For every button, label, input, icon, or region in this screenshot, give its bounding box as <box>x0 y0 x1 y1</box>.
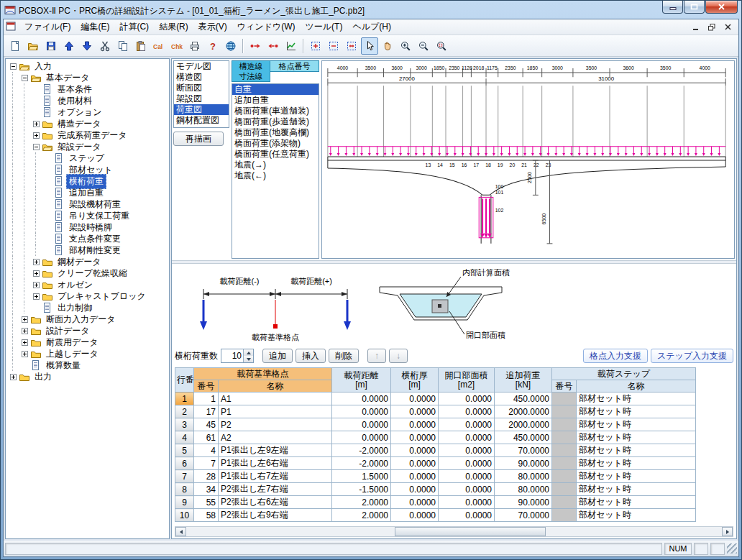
base-node-name-cell[interactable]: P2張出し右6左端 <box>219 496 332 509</box>
base-node-number-cell[interactable]: 28 <box>194 470 219 483</box>
additional-load-cell[interactable]: 90.0000 <box>495 496 552 509</box>
step-number-cell[interactable] <box>552 483 577 496</box>
menu-item[interactable]: 編集(E) <box>75 19 114 35</box>
thickness-cell[interactable]: 0.0000 <box>391 444 439 457</box>
thickness-cell[interactable]: 0.0000 <box>391 483 439 496</box>
menu-item[interactable]: ツール(T) <box>301 19 348 35</box>
additional-load-cell[interactable]: 70.0000 <box>495 444 552 457</box>
child-restore-icon[interactable] <box>705 22 718 32</box>
menu-item[interactable]: ヘルプ(H) <box>347 19 396 35</box>
step-name-cell[interactable]: 部材セット時 <box>577 444 696 457</box>
row-number-cell[interactable]: 4 <box>175 431 194 444</box>
paste-icon[interactable] <box>132 37 150 55</box>
next-error-icon[interactable] <box>265 37 282 55</box>
step-number-cell[interactable] <box>552 457 577 470</box>
drawing-canvas[interactable]: 4000350036003000185023501128201811752350… <box>321 60 735 259</box>
tree-expander-icon[interactable] <box>30 290 42 302</box>
figure-type-list[interactable]: モデル図構造図断面図架設図荷重図鋼材配置図 <box>173 60 229 128</box>
distance-cell[interactable]: -1.5000 <box>332 483 391 496</box>
load-count-spinner[interactable] <box>221 349 254 363</box>
opening-area-cell[interactable]: 0.0000 <box>439 393 495 405</box>
figure-type-item[interactable]: 架設図 <box>174 93 229 104</box>
new-icon[interactable] <box>6 37 24 55</box>
base-node-number-cell[interactable]: 61 <box>194 431 219 444</box>
thickness-cell[interactable]: 0.0000 <box>391 470 439 483</box>
load-case-item[interactable]: 橋面荷重(地覆高欄) <box>232 127 319 138</box>
zoom-window-icon[interactable] <box>325 37 342 55</box>
thickness-cell[interactable]: 0.0000 <box>391 393 439 405</box>
step-name-cell[interactable]: 部材セット時 <box>577 483 696 496</box>
tree-expander-icon[interactable] <box>30 141 42 152</box>
base-node-name-cell[interactable]: P2張出し左7右端 <box>219 483 332 496</box>
figure-type-item[interactable]: 構造図 <box>174 72 229 83</box>
step-number-cell[interactable] <box>552 496 577 509</box>
tree-expander-icon[interactable] <box>30 256 42 267</box>
figure-type-item[interactable]: 鋼材配置図 <box>174 115 229 126</box>
resize-grip[interactable] <box>727 543 737 554</box>
spin-up-icon[interactable] <box>243 349 253 356</box>
menu-item[interactable]: ファイル(F) <box>19 19 75 35</box>
thickness-cell[interactable]: 0.0000 <box>391 418 439 431</box>
move-down-icon[interactable] <box>78 37 96 55</box>
tree-expander-icon[interactable] <box>30 267 42 279</box>
menu-item[interactable]: 表示(V) <box>193 19 232 35</box>
move-row-up-button[interactable]: ↑ <box>367 349 386 363</box>
opening-area-cell[interactable]: 0.0000 <box>439 418 495 431</box>
opening-area-cell[interactable]: 0.0000 <box>439 444 495 457</box>
base-node-number-cell[interactable]: 55 <box>194 496 219 509</box>
opening-area-cell[interactable]: 0.0000 <box>439 483 495 496</box>
row-number-cell[interactable]: 6 <box>175 457 194 470</box>
menu-item[interactable]: 計算(C) <box>114 19 154 35</box>
base-node-number-cell[interactable]: 58 <box>194 509 219 522</box>
web-icon[interactable] <box>222 37 239 55</box>
base-node-number-cell[interactable]: 4 <box>194 444 219 457</box>
distance-cell[interactable]: -2.0000 <box>332 444 391 457</box>
row-number-cell[interactable]: 3 <box>175 418 194 431</box>
move-row-down-button[interactable]: ↓ <box>389 349 408 363</box>
tree-expander-icon[interactable] <box>19 348 30 359</box>
titlebar[interactable]: PCBOX-Ⅱ PC・PRC橋の詳細設計システム - [01_01_箱桁_ラーメ… <box>3 1 739 19</box>
load-case-item[interactable]: 地震(→) <box>232 160 319 170</box>
step-number-cell[interactable] <box>552 393 577 405</box>
menu-item[interactable]: 結果(R) <box>154 19 193 35</box>
base-node-name-cell[interactable]: P2 <box>219 418 332 431</box>
row-number-cell[interactable]: 2 <box>175 405 194 418</box>
step-name-cell[interactable]: 部材セット時 <box>577 470 696 483</box>
load-case-list[interactable]: 自重追加自重橋面荷重(車道舗装)橋面荷重(歩道舗装)橋面荷重(地覆高欄)橋面荷重… <box>232 83 319 259</box>
additional-load-cell[interactable]: 90.0000 <box>495 457 552 470</box>
tree-item-label[interactable]: 出力 <box>32 369 55 385</box>
row-number-cell[interactable]: 10 <box>175 509 194 522</box>
step-number-cell[interactable] <box>552 470 577 483</box>
tree-expander-icon[interactable] <box>30 279 42 290</box>
base-node-number-cell[interactable]: 34 <box>194 483 219 496</box>
check-icon[interactable]: Chk <box>168 37 186 55</box>
tree-expander-icon[interactable] <box>19 325 30 336</box>
base-node-number-cell[interactable]: 45 <box>194 418 219 431</box>
zoom-prev-icon[interactable] <box>343 37 360 55</box>
child-minimize-icon[interactable] <box>690 22 702 32</box>
cut-icon[interactable] <box>96 37 114 55</box>
step-name-cell[interactable]: 部材セット時 <box>577 393 696 405</box>
scroll-thumb[interactable] <box>395 527 546 536</box>
calc-icon[interactable]: Cal <box>150 37 168 55</box>
additional-load-cell[interactable]: 450.0000 <box>495 393 552 405</box>
prev-error-icon[interactable] <box>247 37 264 55</box>
scroll-right-icon[interactable] <box>722 527 733 536</box>
additional-load-cell[interactable]: 80.0000 <box>495 470 552 483</box>
step-name-cell[interactable]: 部材セット時 <box>577 509 696 522</box>
maximize-button[interactable] <box>684 1 705 14</box>
distance-cell[interactable]: 0.0000 <box>332 405 391 418</box>
base-node-name-cell[interactable]: P1張出し右7左端 <box>219 470 332 483</box>
spin-down-icon[interactable] <box>243 356 253 362</box>
zoom-in-icon[interactable] <box>397 37 414 55</box>
base-node-number-cell[interactable]: 17 <box>194 405 219 418</box>
opening-area-cell[interactable]: 0.0000 <box>439 457 495 470</box>
distance-cell[interactable]: 2.0000 <box>332 509 391 522</box>
additional-load-cell[interactable]: 2000.0000 <box>495 418 552 431</box>
add-button[interactable]: 追加 <box>262 349 293 363</box>
load-case-item[interactable]: 橋面荷重(添架物) <box>232 138 319 149</box>
structure-dimension-line-toggle[interactable]: 構造線 寸法線 <box>232 60 270 82</box>
base-node-name-cell[interactable]: P1張出し左6右端 <box>219 457 332 470</box>
tree-expander-icon[interactable] <box>7 60 19 72</box>
node-input-assist-button[interactable]: 格点入力支援 <box>583 349 648 363</box>
